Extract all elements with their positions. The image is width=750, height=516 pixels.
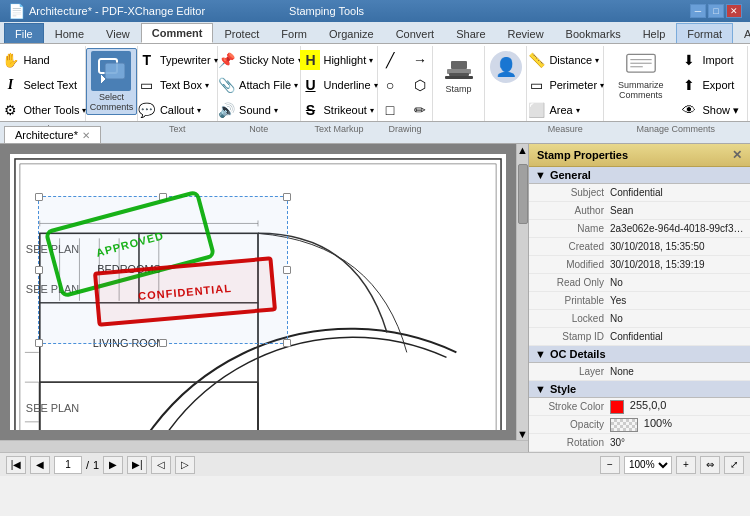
distance-button[interactable]: 📏 Distance ▾: [522, 48, 608, 72]
line-icon: ╱: [380, 50, 400, 70]
tab-arrange[interactable]: Arrange: [733, 23, 750, 43]
oc-details-section-header[interactable]: ▼ OC Details: [529, 346, 750, 363]
stamp-button[interactable]: Stamp: [439, 48, 479, 97]
horizontal-scrollbar[interactable]: [0, 440, 528, 452]
hand-label: Hand: [23, 54, 49, 66]
fit-page-button[interactable]: ⤢: [724, 456, 744, 474]
app-title: Architecture* - PDF-XChange Editor: [29, 5, 205, 17]
layer-label: Layer: [535, 366, 610, 377]
perimeter-button[interactable]: ▭ Perimeter ▾: [522, 73, 608, 97]
scroll-down-button[interactable]: ▼: [517, 428, 528, 440]
doc-tab[interactable]: Architecture* ✕: [4, 126, 101, 143]
tools-group-content: ✋ Hand I Select Text ⚙ Other Tools ▾: [0, 48, 90, 122]
general-section-header[interactable]: ▼ General: [529, 167, 750, 184]
user-button[interactable]: 👤: [486, 48, 526, 86]
next-page-button[interactable]: ▶: [103, 456, 123, 474]
maximize-button[interactable]: □: [708, 4, 724, 18]
select-comments-label: SelectComments: [90, 92, 134, 112]
polygon-tool-button[interactable]: ⬡: [406, 73, 434, 97]
tab-view[interactable]: View: [95, 23, 141, 43]
line-tool-button[interactable]: ╱: [376, 48, 404, 72]
highlight-button[interactable]: H Highlight ▾: [296, 48, 381, 72]
vertical-scrollbar[interactable]: ▲ ▼: [516, 144, 528, 440]
sticky-note-button[interactable]: 📌 Sticky Note ▾: [212, 48, 306, 72]
stroke-color-swatch[interactable]: [610, 400, 624, 414]
zoom-select[interactable]: 50% 75% 100% 125% 150% 200%: [624, 456, 672, 474]
fit-width-button[interactable]: ⇔: [700, 456, 720, 474]
main-content: BEDROOMS LIVING ROOM BASEMENT S: [0, 144, 750, 452]
rotation-label: Rotation: [535, 437, 610, 448]
layer-value: None: [610, 366, 744, 377]
rect-tool-button[interactable]: □: [376, 98, 404, 122]
scroll-up-button[interactable]: ▲: [517, 144, 528, 156]
tab-format[interactable]: Format: [676, 23, 733, 43]
properties-close-button[interactable]: ✕: [732, 148, 742, 162]
tab-review[interactable]: Review: [497, 23, 555, 43]
hand-tool-button[interactable]: ✋ Hand: [0, 48, 90, 72]
subject-row: Subject Confidential: [529, 184, 750, 202]
stamp-label: Stamp: [446, 84, 472, 94]
measure-col: 📏 Distance ▾ ▭ Perimeter ▾ ⬜ Area ▾: [522, 48, 608, 122]
zoom-in-button[interactable]: +: [676, 456, 696, 474]
tab-comment[interactable]: Comment: [141, 23, 214, 43]
underline-label: Underline: [323, 79, 370, 91]
other-tools-button[interactable]: ⚙ Other Tools ▾: [0, 98, 90, 122]
prev-page-button[interactable]: ◀: [30, 456, 50, 474]
first-page-button[interactable]: |◀: [6, 456, 26, 474]
callout-icon: 💬: [137, 100, 157, 120]
status-bar-right: − 50% 75% 100% 125% 150% 200% + ⇔ ⤢: [600, 456, 744, 474]
import-button[interactable]: ⬇ Import: [675, 48, 743, 72]
show-button[interactable]: 👁 Show ▾: [675, 98, 743, 122]
tab-form[interactable]: Form: [270, 23, 318, 43]
zoom-out-button[interactable]: −: [600, 456, 620, 474]
pdf-viewer[interactable]: BEDROOMS LIVING ROOM BASEMENT S: [0, 144, 516, 440]
select-comments-button[interactable]: SelectComments: [86, 48, 138, 115]
tab-share[interactable]: Share: [445, 23, 496, 43]
rect-icon: □: [380, 100, 400, 120]
style-collapse-icon: ▼: [535, 383, 546, 395]
measure-group-content: 📏 Distance ▾ ▭ Perimeter ▾ ⬜ Area ▾: [522, 48, 608, 122]
sound-button[interactable]: 🔊 Sound ▾: [212, 98, 306, 122]
stamp-id-row: Stamp ID Confidential: [529, 328, 750, 346]
underline-button[interactable]: U Underline ▾: [296, 73, 381, 97]
back-button[interactable]: ◁: [151, 456, 171, 474]
read-only-row: Read Only No: [529, 274, 750, 292]
minimize-button[interactable]: ─: [690, 4, 706, 18]
doc-tab-close-button[interactable]: ✕: [82, 130, 90, 141]
typewriter-button[interactable]: T Typewriter ▾: [133, 48, 222, 72]
approved-text: APPROVED: [95, 229, 165, 259]
last-page-button[interactable]: ▶|: [127, 456, 147, 474]
area-button[interactable]: ⬜ Area ▾: [522, 98, 608, 122]
summarize-comments-button[interactable]: Summarize Comments: [608, 48, 673, 103]
tab-organize[interactable]: Organize: [318, 23, 385, 43]
name-label: Name: [535, 223, 610, 234]
select-text-button[interactable]: I Select Text: [0, 73, 90, 97]
locked-value: No: [610, 313, 744, 324]
svg-text:SEE PLAN: SEE PLAN: [26, 402, 79, 414]
page-number-input[interactable]: [54, 456, 82, 474]
tab-file[interactable]: File: [4, 23, 44, 43]
export-button[interactable]: ⬆ Export: [675, 73, 743, 97]
app-icon: 📄: [8, 3, 25, 19]
tab-help[interactable]: Help: [632, 23, 677, 43]
text-markup-group-label: Text Markup: [315, 122, 364, 136]
scrollbar-thumb-v[interactable]: [518, 164, 528, 224]
tab-bookmarks[interactable]: Bookmarks: [555, 23, 632, 43]
arrow-tool-button[interactable]: →: [406, 48, 434, 72]
style-section-header[interactable]: ▼ Style: [529, 381, 750, 398]
strikeout-button[interactable]: S Strikeout ▾: [296, 98, 381, 122]
pencil-tool-button[interactable]: ✏: [406, 98, 434, 122]
tab-home[interactable]: Home: [44, 23, 95, 43]
drawing-col2: → ⬡ ✏: [406, 48, 434, 122]
layer-row: Layer None: [529, 363, 750, 381]
attach-file-button[interactable]: 📎 Attach File ▾: [212, 73, 306, 97]
oval-tool-button[interactable]: ○: [376, 73, 404, 97]
callout-button[interactable]: 💬 Callout ▾: [133, 98, 222, 122]
forward-button[interactable]: ▷: [175, 456, 195, 474]
svg-rect-1: [105, 63, 125, 79]
tab-protect[interactable]: Protect: [213, 23, 270, 43]
close-button[interactable]: ✕: [726, 4, 742, 18]
text-box-button[interactable]: ▭ Text Box ▾: [133, 73, 222, 97]
tab-convert[interactable]: Convert: [385, 23, 446, 43]
properties-panel-header: Stamp Properties ✕: [529, 144, 750, 167]
